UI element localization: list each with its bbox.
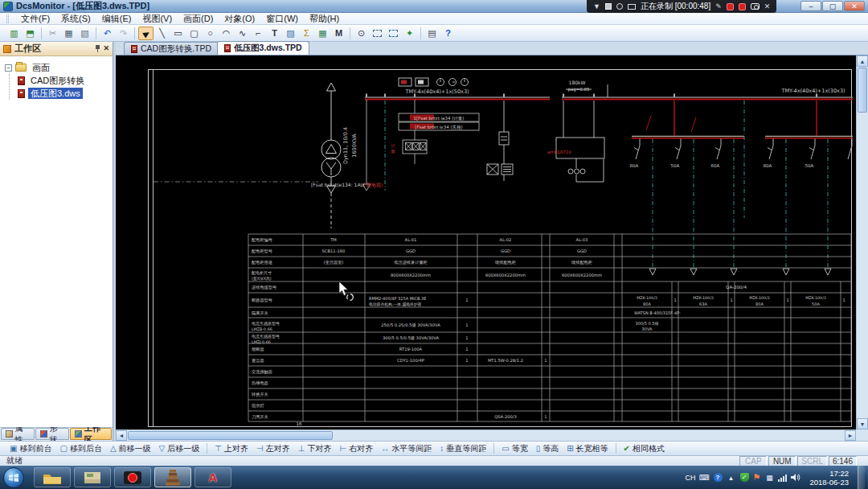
document-tab-0[interactable]: CAD图形转换.TPD <box>124 42 219 55</box>
align-button-9[interactable]: ↕垂直等间距 <box>436 442 489 455</box>
panel-tab-工作区[interactable]: 工作区 <box>70 428 112 440</box>
volume-icon[interactable] <box>791 473 800 483</box>
tree-node-lowvoltage[interactable]: 低压图3.dws <box>18 87 111 100</box>
menu-item-2[interactable]: 编辑(E) <box>96 13 137 25</box>
arc-tool-icon[interactable]: ◠ <box>219 27 234 40</box>
menu-item-5[interactable]: 对象(O) <box>219 13 260 25</box>
vscroll-thumb[interactable] <box>858 68 867 113</box>
save-icon[interactable]: ▥ <box>6 27 22 40</box>
network-signal-icon[interactable] <box>778 474 787 482</box>
align-button-11[interactable]: ▯等高 <box>533 442 563 455</box>
align-button-0[interactable]: ▣移到前台 <box>6 442 55 455</box>
panel-tab-属性[interactable]: 属性 <box>1 428 35 440</box>
tray-expand-icon[interactable]: ▴ <box>727 473 736 483</box>
undo-icon[interactable]: ↶ <box>100 27 115 40</box>
cut-icon[interactable]: ✂ <box>45 27 60 40</box>
close-recorder-icon[interactable]: ✕ <box>764 3 771 10</box>
align-button-4[interactable]: ⊤上对齐 <box>211 442 252 455</box>
taskbar-clock[interactable]: 17:222018-06-23 <box>809 469 849 487</box>
pencil-icon[interactable]: ✎ <box>715 3 722 10</box>
marquee-icon[interactable] <box>370 27 385 40</box>
text-tool-icon[interactable]: T <box>267 27 282 40</box>
menu-item-3[interactable]: 视图(V) <box>137 13 178 25</box>
paste-icon[interactable]: ▧ <box>77 27 92 40</box>
help-tray-icon[interactable]: ? <box>714 473 723 482</box>
ellipse-tool-icon[interactable]: ○ <box>203 27 218 40</box>
monitor-icon[interactable] <box>628 4 636 10</box>
vscroll-track[interactable] <box>857 113 868 418</box>
image-tool-icon[interactable]: ▨ <box>283 27 298 40</box>
calendar-icon[interactable]: ▦ <box>764 473 774 483</box>
align-button-3[interactable]: ▽后移一级 <box>156 442 203 455</box>
marquee-group-icon[interactable] <box>386 27 401 40</box>
run-icon[interactable]: ✦ <box>402 27 417 40</box>
menu-item-6[interactable]: 窗口(W) <box>260 13 304 25</box>
magnifier-icon[interactable] <box>616 3 623 10</box>
scroll-right-icon[interactable]: ► <box>845 430 856 441</box>
rounded-rect-tool-icon[interactable]: ▢ <box>186 27 202 40</box>
menu-item-4[interactable]: 画面(D) <box>178 13 219 25</box>
cad-canvas[interactable]: 配电柜编号TMAL-01AL-02AL-03配电柜型号SCB11-160GGDG… <box>116 55 856 429</box>
taskbar-fax-button[interactable] <box>74 467 111 487</box>
chart-tool-icon[interactable]: ▦ <box>315 27 330 40</box>
camera-icon[interactable] <box>751 3 760 10</box>
taskbar-explorer-button[interactable] <box>34 467 71 487</box>
antivirus-icon[interactable]: ✓ <box>740 473 749 482</box>
action-center-icon[interactable]: ⚑ <box>753 472 761 483</box>
start-button[interactable] <box>3 467 24 488</box>
align-button-6[interactable]: ⊥下对齐 <box>295 442 335 455</box>
chevron-down-icon[interactable]: ▼ <box>593 3 600 10</box>
open-icon[interactable]: ⬒ <box>23 27 38 40</box>
taskbar-dcsmonitor-button[interactable] <box>154 467 191 487</box>
taskbar-autocad-button[interactable]: A <box>194 467 231 487</box>
minimize-button[interactable]: – <box>800 1 821 11</box>
windows-icon[interactable] <box>605 3 612 10</box>
select-cursor-icon[interactable]: ▶ <box>138 27 154 40</box>
taskbar-recorder-button[interactable] <box>114 467 151 487</box>
panel-tab-形状[interactable]: 形状 <box>35 428 69 440</box>
scroll-left-icon[interactable]: ◄ <box>116 430 127 441</box>
redo-icon[interactable]: ↷ <box>116 27 131 40</box>
align-button-13[interactable]: ✔相同格式 <box>620 442 668 455</box>
language-indicator[interactable]: CH <box>686 474 696 482</box>
vertical-scrollbar[interactable]: ▲ ▼ <box>856 55 868 429</box>
close-panel-icon[interactable]: ✕ <box>103 45 109 52</box>
keyboard-icon[interactable]: ⌨ <box>700 473 710 483</box>
pin-icon[interactable] <box>95 45 100 52</box>
curve-tool-icon[interactable]: ∿ <box>235 27 250 40</box>
timer-icon[interactable]: ⊙ <box>354 27 369 40</box>
copy-icon[interactable]: ▦ <box>61 27 76 40</box>
show-desktop-button[interactable] <box>858 466 865 489</box>
rectangle-tool-icon[interactable]: ▭ <box>170 27 186 40</box>
align-button-10[interactable]: ▭等宽 <box>498 442 530 455</box>
tree-node-root[interactable]: − 画面 <box>5 61 111 74</box>
macro-tool-icon[interactable]: M <box>331 27 346 40</box>
menu-item-7[interactable]: 帮助(H) <box>304 13 345 25</box>
align-button-1[interactable]: ▢移到后台 <box>56 442 104 455</box>
menu-item-1[interactable]: 系统(S) <box>55 13 96 25</box>
tree-expander-icon[interactable]: − <box>5 64 12 72</box>
horizontal-scrollbar[interactable]: ◄ ► <box>116 429 856 441</box>
polyline-tool-icon[interactable]: ⌐ <box>251 27 266 40</box>
tree-item-label-selected[interactable]: 低压图3.dws <box>28 88 83 99</box>
tree-node-cad[interactable]: CAD图形转换 <box>18 74 111 87</box>
hscroll-thumb[interactable] <box>128 431 333 440</box>
stop-icon[interactable] <box>739 3 746 10</box>
document-tab-1[interactable]: 低压图3.dws.TPD <box>217 41 309 55</box>
pause-icon[interactable] <box>727 3 734 10</box>
menu-item-0[interactable]: 文件(F) <box>15 13 55 25</box>
line-tool-icon[interactable]: ╲ <box>154 27 170 40</box>
close-button[interactable]: ✕ <box>844 1 865 11</box>
align-button-8[interactable]: ↔水平等间距 <box>378 442 435 455</box>
align-button-7[interactable]: ⊢右对齐 <box>336 442 376 455</box>
hscroll-track[interactable] <box>334 430 845 441</box>
maximize-button[interactable]: ▢ <box>822 1 843 11</box>
scroll-down-icon[interactable]: ▼ <box>857 418 868 429</box>
tree-root-label[interactable]: 画面 <box>30 62 52 73</box>
scroll-up-icon[interactable]: ▲ <box>857 55 868 67</box>
align-button-12[interactable]: ⊞长宽相等 <box>563 442 611 455</box>
align-button-5[interactable]: ⊣左对齐 <box>253 442 293 455</box>
align-button-2[interactable]: △前移一级 <box>107 442 154 455</box>
help-icon[interactable]: ? <box>440 27 456 40</box>
symbol-tool-icon[interactable]: Σ <box>299 27 314 40</box>
